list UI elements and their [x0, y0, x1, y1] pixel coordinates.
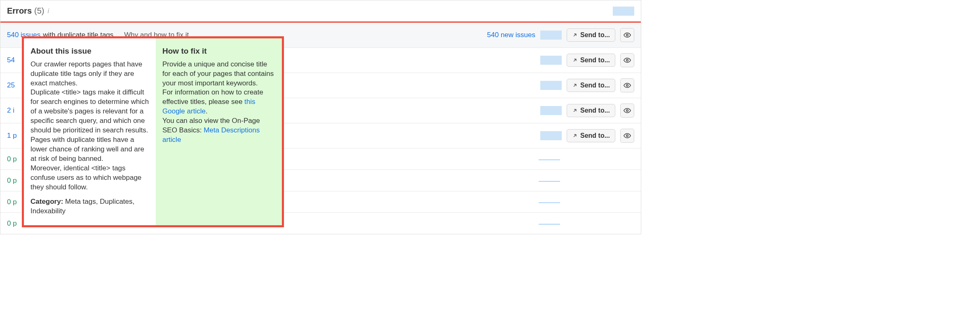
errors-title: Errors	[7, 6, 32, 16]
svg-point-4	[626, 135, 628, 137]
progress-bar	[613, 7, 634, 16]
fix-text-post: .	[206, 107, 208, 115]
share-arrow-icon	[572, 82, 578, 88]
about-issue-panel: About this issue Our crawler reports pag…	[24, 38, 156, 225]
issue-count-link[interactable]: 0 p	[7, 155, 17, 163]
how-to-fix-text: Provide a unique and concise title for e…	[162, 60, 275, 88]
issue-count-link[interactable]: 1 p	[7, 132, 17, 140]
eye-icon	[624, 82, 631, 89]
visibility-toggle-button[interactable]	[620, 28, 634, 42]
dash-placeholder	[539, 223, 560, 224]
svg-point-0	[626, 34, 628, 36]
errors-header: Errors (5) i	[0, 0, 641, 21]
issue-count-link[interactable]: 2 i	[7, 106, 14, 115]
visibility-toggle-button[interactable]	[620, 129, 634, 143]
send-to-label: Send to...	[580, 82, 610, 89]
share-arrow-icon	[572, 57, 578, 63]
progress-bar	[540, 81, 562, 90]
issue-count-link[interactable]: 0 p	[7, 177, 17, 185]
send-to-button[interactable]: Send to...	[567, 28, 615, 42]
eye-icon	[624, 132, 631, 139]
how-to-fix-title: How to fix it	[162, 46, 275, 57]
category-line: Category: Meta tags, Duplicates, Indexab…	[30, 197, 149, 216]
progress-bar	[540, 56, 562, 65]
dash-placeholder	[539, 158, 560, 160]
about-issue-text: Moreover, identical <title> tags confuse…	[30, 164, 149, 192]
about-issue-text: Our crawler reports pages that have dupl…	[30, 60, 149, 88]
how-to-fix-text: You can also view the On-Page SEO Basics…	[162, 116, 275, 145]
share-arrow-icon	[572, 108, 578, 113]
eye-icon	[624, 57, 631, 64]
dash-placeholder	[539, 180, 560, 182]
visibility-toggle-button[interactable]	[620, 78, 634, 92]
how-to-fix-text: For information on how to create effecti…	[162, 88, 275, 116]
category-label: Category:	[30, 198, 65, 205]
about-issue-text: Duplicate <title> tags make it difficult…	[30, 88, 149, 164]
send-to-label: Send to...	[580, 107, 610, 114]
about-issue-title: About this issue	[30, 46, 149, 57]
send-to-button[interactable]: Send to...	[567, 54, 615, 67]
send-to-label: Send to...	[580, 57, 610, 64]
send-to-button[interactable]: Send to...	[567, 104, 615, 117]
issue-help-popover: About this issue Our crawler reports pag…	[22, 36, 284, 227]
visibility-toggle-button[interactable]	[620, 104, 634, 118]
progress-bar	[540, 31, 562, 40]
send-to-button[interactable]: Send to...	[567, 79, 615, 92]
progress-bar	[540, 106, 562, 115]
svg-point-1	[626, 59, 628, 61]
send-to-label: Send to...	[580, 31, 610, 39]
progress-bar	[540, 131, 562, 140]
eye-icon	[624, 31, 631, 39]
share-arrow-icon	[572, 133, 578, 139]
issue-count-link[interactable]: 0 p	[7, 219, 17, 228]
how-to-fix-panel: How to fix it Provide a unique and conci…	[156, 38, 282, 225]
errors-count: (5)	[34, 6, 44, 16]
new-issues-count[interactable]: 540 new issues	[487, 31, 535, 39]
svg-point-3	[626, 110, 628, 112]
issue-count-link[interactable]: 54	[7, 56, 15, 64]
svg-point-2	[626, 85, 628, 87]
eye-icon	[624, 107, 631, 114]
share-arrow-icon	[572, 32, 578, 38]
visibility-toggle-button[interactable]	[620, 53, 634, 67]
dash-placeholder	[539, 201, 560, 203]
info-icon[interactable]: i	[47, 7, 49, 15]
issue-count-link[interactable]: 25	[7, 81, 15, 90]
send-to-label: Send to...	[580, 132, 610, 139]
issue-count-link[interactable]: 0 p	[7, 198, 17, 206]
send-to-button[interactable]: Send to...	[567, 129, 615, 142]
